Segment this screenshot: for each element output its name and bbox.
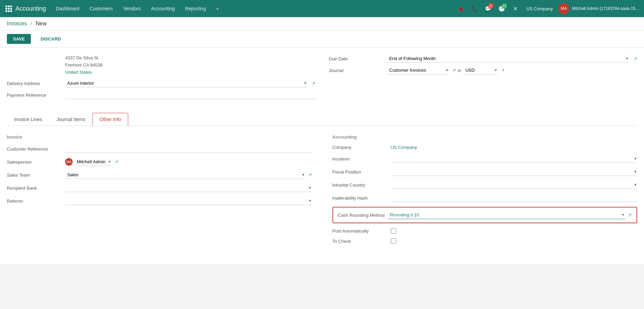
breadcrumb-parent[interactable]: Invoices <box>7 21 27 26</box>
sales-team-field: Sales ▼ ↗ <box>65 171 312 179</box>
delivery-address-external-link[interactable]: ↗ <box>312 81 315 86</box>
nav-vendors[interactable]: Vendors <box>118 4 145 13</box>
referrer-select[interactable] <box>65 197 308 205</box>
delivery-address-field[interactable]: Azure Interior ▼ <box>65 79 307 87</box>
breadcrumb-separator: / <box>31 21 32 26</box>
clock-icon[interactable]: 🕐 31 <box>496 3 507 14</box>
breadcrumb-bar: Invoices / New <box>0 17 644 31</box>
referrer-row: Referrer ▼ <box>7 197 312 205</box>
cash-rounding-highlight-box: Cash Rounding Method Rounding 0.10 ▼ ↗ <box>332 207 637 223</box>
nav-accounting[interactable]: Accounting <box>146 4 180 13</box>
due-date-label: Due Date <box>329 56 384 61</box>
svg-rect-0 <box>5 5 7 7</box>
svg-rect-2 <box>10 5 12 7</box>
salesperson-dropdown-arrow: ▼ <box>108 160 111 164</box>
tab-journal-items[interactable]: Journal Items <box>49 113 93 126</box>
journal-row: Journal Customer Invoices ▼ ↗ in USD <box>329 66 637 74</box>
post-automatically-label: Post Automatically <box>332 228 387 234</box>
salesperson-label: Salesperson <box>7 159 62 165</box>
currency-external-link[interactable]: ↗ <box>501 68 505 73</box>
due-date-dropdown-arrow: ▼ <box>625 57 629 60</box>
tab-other-info[interactable]: Other Info <box>93 113 128 126</box>
phone-icon[interactable]: 📞 <box>469 3 480 14</box>
nav-reporting[interactable]: Reporting <box>180 4 211 13</box>
nav-dashboard[interactable]: Dashboard <box>51 4 84 13</box>
sales-team-select-wrapper[interactable]: Sales ▼ <box>65 171 305 179</box>
discard-button[interactable]: DISCARD <box>34 34 67 44</box>
company-value[interactable]: US Company <box>391 145 417 150</box>
sales-team-external-link[interactable]: ↗ <box>308 173 312 177</box>
accounting-section: Accounting Company US Company Incoterm ▼ <box>332 134 637 249</box>
currency-select-wrapper[interactable]: USD ▼ <box>463 66 498 74</box>
apps-grid-icon[interactable] <box>3 3 14 14</box>
salesperson-select-wrapper[interactable]: Mitchell Admin ▼ <box>75 158 111 166</box>
post-automatically-checkbox[interactable] <box>391 228 396 234</box>
salesperson-inner: MA Mitchell Admin ▼ <box>65 158 111 166</box>
tab-invoice-lines[interactable]: Invoice Lines <box>7 113 49 126</box>
incoterm-label: Incoterm <box>332 156 387 162</box>
sales-team-select[interactable]: Sales <box>65 171 302 179</box>
right-fields: Due Date End of Following Month ▼ ↗ Jour… <box>329 55 637 103</box>
save-button[interactable]: SAVE <box>7 34 31 44</box>
recipient-bank-row: Recipient Bank ▼ <box>7 184 312 192</box>
bug-icon[interactable]: 🐞 <box>455 3 466 14</box>
nav-customers[interactable]: Customers <box>85 4 118 13</box>
fiscal-position-select[interactable] <box>391 168 634 176</box>
user-avatar[interactable]: MA <box>558 3 569 14</box>
recipient-bank-select-wrapper[interactable]: ▼ <box>65 184 312 192</box>
intrastat-country-select[interactable] <box>391 181 634 189</box>
customer-reference-input[interactable] <box>65 145 312 153</box>
fiscal-position-label: Fiscal Position <box>332 169 387 175</box>
to-check-checkbox[interactable] <box>391 238 396 244</box>
cash-rounding-external-link[interactable]: ↗ <box>628 213 632 217</box>
post-automatically-row: Post Automatically <box>332 228 637 234</box>
chat-icon[interactable]: 💬 5 <box>483 3 494 14</box>
intrastat-country-select-wrapper[interactable]: ▼ <box>391 181 637 189</box>
salesperson-avatar: MA <box>65 158 73 166</box>
incoterm-select-wrapper[interactable]: ▼ <box>391 155 637 163</box>
delivery-address-select[interactable]: Azure Interior <box>65 79 304 87</box>
recipient-bank-select[interactable] <box>65 184 308 192</box>
due-date-field[interactable]: End of Following Month ▼ <box>387 55 629 63</box>
payment-reference-label: Payment Reference <box>7 93 62 98</box>
salesperson-external-link[interactable]: ↗ <box>115 159 118 164</box>
currency-select[interactable]: USD <box>463 66 494 74</box>
tabs-container: Invoice Lines Journal Items Other Info <box>7 113 637 126</box>
due-date-select[interactable]: End of Following Month <box>387 55 626 62</box>
other-info-content: Invoice Customer Reference Salesperson M… <box>7 126 637 257</box>
recipient-bank-label: Recipient Bank <box>7 186 62 191</box>
journal-label: Journal <box>329 68 384 73</box>
journal-select[interactable]: Customer Invoices <box>387 66 446 74</box>
fiscal-position-select-wrapper[interactable]: ▼ <box>391 168 637 176</box>
nav-right-section: 🐞 📞 💬 5 🕐 31 ✕ US Company MA Mitchell Ad… <box>455 3 641 14</box>
incoterm-select[interactable] <box>391 155 634 163</box>
breadcrumb-current: New <box>36 21 47 26</box>
salesperson-initials: MA <box>66 160 72 164</box>
inalterability-hash-input[interactable] <box>391 194 637 202</box>
journal-external-link[interactable]: ↗ <box>452 68 456 73</box>
payment-reference-input[interactable] <box>65 91 315 99</box>
referrer-field: ▼ <box>65 197 312 205</box>
cash-rounding-select[interactable]: Rounding 0.10 <box>388 211 621 219</box>
nav-add[interactable]: + <box>211 4 224 13</box>
referrer-select-wrapper[interactable]: ▼ <box>65 197 312 205</box>
salesperson-select[interactable]: Mitchell Admin <box>75 158 108 166</box>
company-row: Company US Company <box>332 145 637 150</box>
journal-dropdown-arrow: ▼ <box>446 68 449 72</box>
cash-rounding-select-wrapper[interactable]: Rounding 0.10 ▼ <box>388 211 625 219</box>
sales-team-label: Sales Team <box>7 173 62 178</box>
journal-select-wrapper[interactable]: Customer Invoices ▼ <box>387 66 449 74</box>
main-content: 4337 De Silva St Fremont CA 94538 United… <box>0 48 644 264</box>
delivery-address-dropdown-arrow: ▼ <box>304 81 307 85</box>
customer-reference-field <box>65 145 312 153</box>
svg-rect-1 <box>8 5 10 7</box>
user-name: Mitchell Admin (17163784-saas-15-1-al <box>572 6 641 11</box>
inalterability-hash-label: Inalterability Hash <box>332 195 387 201</box>
close-icon[interactable]: ✕ <box>510 3 521 14</box>
due-date-external-link[interactable]: ↗ <box>634 56 637 61</box>
inalterability-hash-row: Inalterability Hash <box>332 194 637 202</box>
fiscal-position-row: Fiscal Position ▼ <box>332 168 637 176</box>
incoterm-dropdown-arrow: ▼ <box>634 157 637 161</box>
svg-rect-3 <box>5 8 7 10</box>
delivery-address-row: Delivery Address Azure Interior ▼ ↗ <box>7 79 315 87</box>
